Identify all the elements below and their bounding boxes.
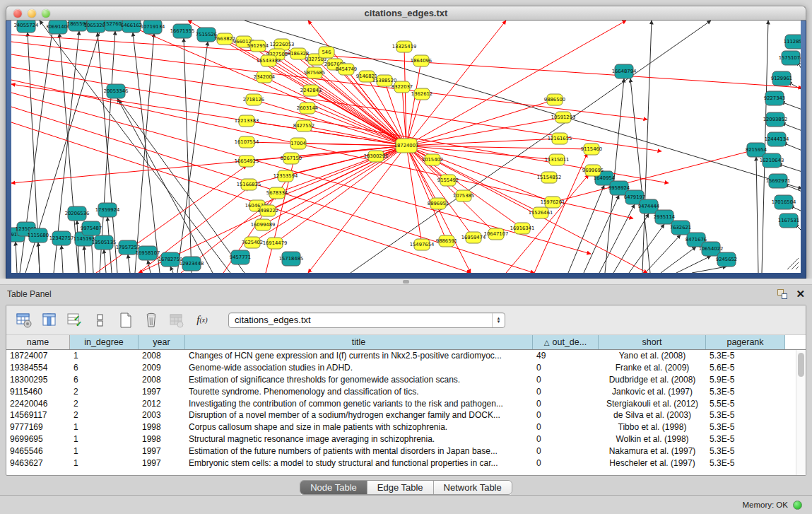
graph-node[interactable]: 1362612 <box>411 88 433 100</box>
graph-edge[interactable] <box>184 38 192 273</box>
graph-node[interactable]: 12444134 <box>765 132 789 146</box>
graph-node[interactable]: 8322037 <box>392 81 413 93</box>
graph-node[interactable]: 1115680 <box>28 228 49 243</box>
table-row[interactable]: 1938455462009Genome-wide association stu… <box>6 362 796 374</box>
graph-node[interactable]: 12342757 <box>49 231 74 245</box>
graph-node[interactable]: 8427552 <box>293 120 314 132</box>
graph-node[interactable]: 15166825 <box>237 179 261 190</box>
graph-edge[interactable] <box>553 151 752 202</box>
tab-network-table[interactable]: Network Table <box>434 481 512 494</box>
table-selector-dropdown[interactable]: citations_edges.txt ▲▼ <box>228 313 505 328</box>
resize-grip-icon[interactable] <box>787 258 799 269</box>
graph-edge[interactable] <box>11 146 406 183</box>
scrollbar-thumb[interactable] <box>798 353 804 377</box>
graph-node[interactable]: 1167531 <box>778 214 799 228</box>
graph-edge[interactable] <box>642 21 652 273</box>
graph-node[interactable]: 16914479 <box>263 238 288 249</box>
graph-node[interactable]: 5912954 <box>247 40 269 52</box>
graph-edge[interactable] <box>298 144 406 146</box>
graph-node[interactable]: 11315011 <box>545 154 570 165</box>
graph-node[interactable]: 6466162 <box>121 21 142 33</box>
graph-node[interactable]: 546 <box>319 47 334 58</box>
graph-edge[interactable] <box>308 146 406 273</box>
network-canvas[interactable]: 2405572430691406186559610653287152760264… <box>11 21 801 273</box>
graph-node[interactable]: 20206536 <box>65 206 90 221</box>
table-row[interactable]: 977716911998Corpus callosum shape and si… <box>6 421 796 433</box>
graph-node[interactable]: 15718485 <box>279 252 304 266</box>
graph-node[interactable]: 12353594 <box>273 170 298 182</box>
graph-node[interactable]: 16099489 <box>251 219 276 230</box>
graph-node[interactable]: 20053346 <box>104 84 129 98</box>
column-header-indegree[interactable]: in_degree <box>70 335 139 349</box>
column-header-title[interactable]: title <box>185 335 533 349</box>
graph-node[interactable]: 17359924 <box>95 203 120 217</box>
graph-node[interactable]: 12093852 <box>763 112 788 127</box>
graph-node[interactable]: 9975487 <box>81 221 102 235</box>
graph-edge[interactable] <box>568 185 604 273</box>
graph-node[interactable]: 15692971 <box>766 174 791 188</box>
graph-edge[interactable] <box>630 78 650 273</box>
memory-ok-indicator-icon[interactable] <box>793 501 802 510</box>
graph-node[interactable]: 9886500 <box>544 94 565 105</box>
window-titlebar[interactable]: citations_edges.txt <box>6 6 806 21</box>
graph-node[interactable]: 15497654 <box>410 239 435 250</box>
graph-edge[interactable] <box>692 267 726 273</box>
column-header-year[interactable]: year <box>139 335 185 349</box>
graph-edge[interactable] <box>406 146 592 149</box>
graph-node[interactable]: 9115460 <box>581 144 602 155</box>
graph-node[interactable]: 12923448 <box>180 257 204 271</box>
graph-edge[interactable] <box>406 21 506 146</box>
delete-table-button[interactable] <box>142 311 160 329</box>
column-header-short[interactable]: short <box>599 335 706 349</box>
row-height-button[interactable] <box>91 311 110 329</box>
graph-edge[interactable] <box>61 245 63 273</box>
graph-node[interactable]: 9155492 <box>437 175 459 186</box>
graph-node[interactable]: 7632621 <box>670 221 691 235</box>
graph-edge[interactable] <box>286 146 406 176</box>
graph-edge[interactable] <box>84 246 86 273</box>
graph-node[interactable]: 17004 <box>290 138 306 149</box>
table-row[interactable]: 911546021997Tourette syndrome. Phenomeno… <box>6 385 796 397</box>
graph-edge[interactable] <box>406 146 464 196</box>
graph-node[interactable]: 9227343 <box>764 91 785 105</box>
graph-node[interactable]: 16210643 <box>760 153 784 168</box>
graph-edge[interactable] <box>128 255 130 273</box>
column-header-outde[interactable]: △out_de... <box>533 335 599 349</box>
table-row[interactable]: 1456911722003Disruption of a novel membe… <box>6 409 796 421</box>
graph-edge[interactable] <box>778 164 801 172</box>
tab-node-table[interactable]: Node Table <box>300 481 367 494</box>
citation-graph[interactable]: 2405572430691406186559610653287152760264… <box>11 21 801 273</box>
graph-edge[interactable] <box>170 267 173 273</box>
select-columns-button[interactable]: ✓✓ <box>66 311 84 329</box>
table-row[interactable]: 1830029562008Estimation of significance … <box>6 374 796 386</box>
table-row[interactable]: 1872400712008Changes of HCN gene express… <box>6 350 796 362</box>
graph-node[interactable]: 24055724 <box>14 21 39 33</box>
graph-edge[interactable] <box>406 21 626 146</box>
graph-node[interactable]: 12213383 <box>235 115 259 127</box>
graph-node[interactable]: 17016504 <box>772 195 796 209</box>
graph-edge[interactable] <box>177 42 208 273</box>
graph-node[interactable]: 15751074 <box>779 51 801 65</box>
graph-node[interactable]: 9129961 <box>771 71 792 86</box>
graph-node[interactable]: 16654925 <box>235 156 259 167</box>
panel-splitter[interactable] <box>0 279 812 285</box>
graph-edge[interactable] <box>645 235 681 273</box>
show-columns-button[interactable] <box>40 311 59 329</box>
graph-edge[interactable] <box>269 61 406 146</box>
function-builder-button[interactable]: f(x) <box>193 311 211 329</box>
column-header-name[interactable]: name <box>6 335 70 349</box>
graph-node[interactable]: 3498222 <box>257 205 278 216</box>
graph-edge[interactable] <box>756 157 758 273</box>
graph-edge[interactable] <box>148 260 151 273</box>
graph-node[interactable]: 2242843 <box>300 85 322 96</box>
table-row[interactable]: 969969511998Structural magnetic resonanc… <box>6 433 796 445</box>
graph-node[interactable]: 8896951 <box>428 198 449 209</box>
graph-node[interactable]: 18724007 <box>394 139 419 153</box>
table-row[interactable]: 2242004622012Investigating the contribut… <box>6 397 796 409</box>
tab-edge-table[interactable]: Edge Table <box>367 481 434 494</box>
close-panel-icon[interactable]: ✕ <box>796 289 805 299</box>
graph-node[interactable]: 10591293 <box>551 112 576 123</box>
graph-node[interactable]: 1112853 <box>784 35 801 49</box>
graph-node[interactable]: 1075385 <box>453 190 474 201</box>
graph-node[interactable]: 10719134 <box>141 21 165 34</box>
